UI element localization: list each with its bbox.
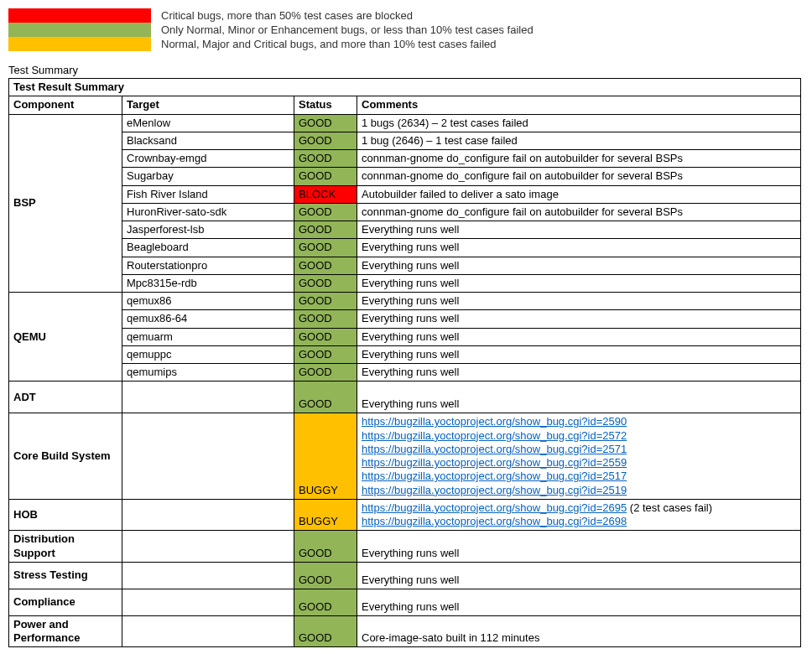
comment-cell: 1 bugs (2634) – 2 test cases failed (357, 114, 801, 132)
status-cell: GOOD (294, 132, 357, 149)
bug-link[interactable]: https://bugzilla.yoctoproject.org/show_b… (362, 415, 627, 428)
comment-cell: connman-gnome do_configure fail on autob… (357, 168, 801, 185)
target-cell: Jasperforest-lsb (122, 221, 294, 239)
component-compliance: Compliance (9, 589, 122, 615)
component-adt: ADT (9, 382, 122, 413)
table-row: Core Build System BUGGY https://bugzilla… (9, 413, 801, 500)
component-hob: HOB (9, 499, 122, 531)
comment-cell: Everything runs well (357, 345, 801, 363)
legend-row-critical: Critical bugs, more than 50% test cases … (8, 8, 804, 23)
table-row: HOB BUGGY https://bugzilla.yoctoproject.… (9, 499, 801, 531)
comment-cell: Everything runs well (357, 589, 801, 615)
comment-cell: Autobuilder failed to deliver a sato ima… (357, 185, 801, 203)
target-cell: qemux86 (122, 293, 294, 310)
legend-block: Critical bugs, more than 50% test cases … (8, 8, 804, 51)
target-cell: eMenlow (122, 114, 294, 132)
legend-text-buggy: Normal, Major and Critical bugs, and mor… (161, 38, 497, 50)
table-row: Power and Performance GOOD Core-image-sa… (9, 615, 801, 647)
comment-cell: Everything runs well (357, 364, 801, 382)
table-row: BSP eMenlow GOOD 1 bugs (2634) – 2 test … (9, 114, 801, 132)
status-cell: GOOD (294, 293, 357, 310)
status-cell: GOOD (294, 274, 357, 292)
section-title: Test Summary (8, 64, 804, 76)
target-cell: Crownbay-emgd (122, 150, 294, 168)
table-row: HuronRiver-sato-sdk GOOD connman-gnome d… (9, 203, 801, 221)
status-cell: GOOD (294, 150, 357, 168)
legend-text-normal: Only Normal, Minor or Enhancement bugs, … (161, 23, 534, 36)
table-title-row: Test Result Summary (9, 79, 801, 96)
status-cell: GOOD (294, 531, 357, 563)
bug-link[interactable]: https://bugzilla.yoctoproject.org/show_b… (362, 429, 627, 442)
table-row: Mpc8315e-rdb GOOD Everything runs well (9, 274, 801, 292)
status-cell: GOOD (294, 221, 357, 239)
table-row: qemuppc GOOD Everything runs well (9, 345, 801, 363)
table-row: Beagleboard GOOD Everything runs well (9, 239, 801, 257)
bug-link[interactable]: https://bugzilla.yoctoproject.org/show_b… (362, 501, 627, 514)
legend-swatch-red (8, 8, 151, 23)
legend-row-normal: Only Normal, Minor or Enhancement bugs, … (8, 23, 804, 37)
header-status: Status (294, 96, 357, 114)
target-cell: Mpc8315e-rdb (122, 274, 294, 292)
header-comments: Comments (357, 96, 801, 114)
target-cell (122, 499, 294, 531)
comment-cell-links: https://bugzilla.yoctoproject.org/show_b… (357, 413, 801, 500)
status-cell: GOOD (294, 114, 357, 132)
table-row: Distribution Support GOOD Everything run… (9, 531, 801, 563)
target-cell (122, 589, 294, 615)
target-cell (122, 413, 294, 500)
component-dist: Distribution Support (9, 531, 122, 563)
table-header-row: Component Target Status Comments (9, 96, 801, 114)
status-cell: GOOD (294, 562, 357, 589)
component-power: Power and Performance (9, 615, 122, 647)
status-cell: GOOD (294, 328, 357, 345)
table-row: Crownbay-emgd GOOD connman-gnome do_conf… (9, 150, 801, 168)
header-component: Component (9, 96, 122, 114)
target-cell (122, 615, 294, 647)
table-row: qemuarm GOOD Everything runs well (9, 328, 801, 345)
table-row: Fish River Island BLOCK Autobuilder fail… (9, 185, 801, 203)
legend-row-buggy: Normal, Major and Critical bugs, and mor… (8, 37, 804, 51)
legend-swatch-orange (8, 37, 151, 51)
target-cell: Beagleboard (122, 239, 294, 257)
table-row: qemumips GOOD Everything runs well (9, 364, 801, 382)
summary-table: Test Result Summary Component Target Sta… (8, 78, 801, 647)
target-cell (122, 562, 294, 589)
component-core-build: Core Build System (9, 413, 122, 500)
status-cell: GOOD (294, 257, 357, 274)
status-cell: GOOD (294, 589, 357, 615)
comment-cell-links: https://bugzilla.yoctoproject.org/show_b… (357, 499, 801, 531)
comment-cell: connman-gnome do_configure fail on autob… (357, 203, 801, 221)
bug-link[interactable]: https://bugzilla.yoctoproject.org/show_b… (362, 470, 627, 482)
comment-cell: Everything runs well (357, 382, 801, 413)
component-qemu: QEMU (9, 293, 122, 382)
comment-cell: connman-gnome do_configure fail on autob… (357, 150, 801, 168)
comment-cell: Everything runs well (357, 562, 801, 589)
status-cell: GOOD (294, 382, 357, 413)
target-cell: Routerstationpro (122, 257, 294, 274)
comment-cell: Everything runs well (357, 310, 801, 328)
table-title: Test Result Summary (9, 79, 801, 96)
table-row: QEMU qemux86 GOOD Everything runs well (9, 293, 801, 310)
bug-link[interactable]: https://bugzilla.yoctoproject.org/show_b… (362, 484, 627, 496)
comment-cell: 1 bug (2646) – 1 test case failed (357, 132, 801, 149)
comment-cell: Core-image-sato built in 112 minutes (357, 615, 801, 647)
target-cell: qemuppc (122, 345, 294, 363)
bug-link[interactable]: https://bugzilla.yoctoproject.org/show_b… (362, 456, 627, 469)
bug-link[interactable]: https://bugzilla.yoctoproject.org/show_b… (362, 443, 627, 455)
legend-swatch-green (8, 23, 151, 37)
component-stress: Stress Testing (9, 562, 122, 589)
comment-cell: Everything runs well (357, 257, 801, 274)
table-row: Compliance GOOD Everything runs well (9, 589, 801, 615)
status-cell: GOOD (294, 239, 357, 257)
table-row: Jasperforest-lsb GOOD Everything runs we… (9, 221, 801, 239)
bug-link[interactable]: https://bugzilla.yoctoproject.org/show_b… (362, 515, 627, 527)
status-cell: BUGGY (294, 413, 357, 500)
target-cell (122, 382, 294, 413)
status-cell: GOOD (294, 310, 357, 328)
target-cell: qemux86-64 (122, 310, 294, 328)
status-cell: GOOD (294, 364, 357, 382)
legend-text-critical: Critical bugs, more than 50% test cases … (161, 9, 413, 22)
comment-cell: Everything runs well (357, 239, 801, 257)
table-row: Stress Testing GOOD Everything runs well (9, 562, 801, 589)
target-cell: HuronRiver-sato-sdk (122, 203, 294, 221)
